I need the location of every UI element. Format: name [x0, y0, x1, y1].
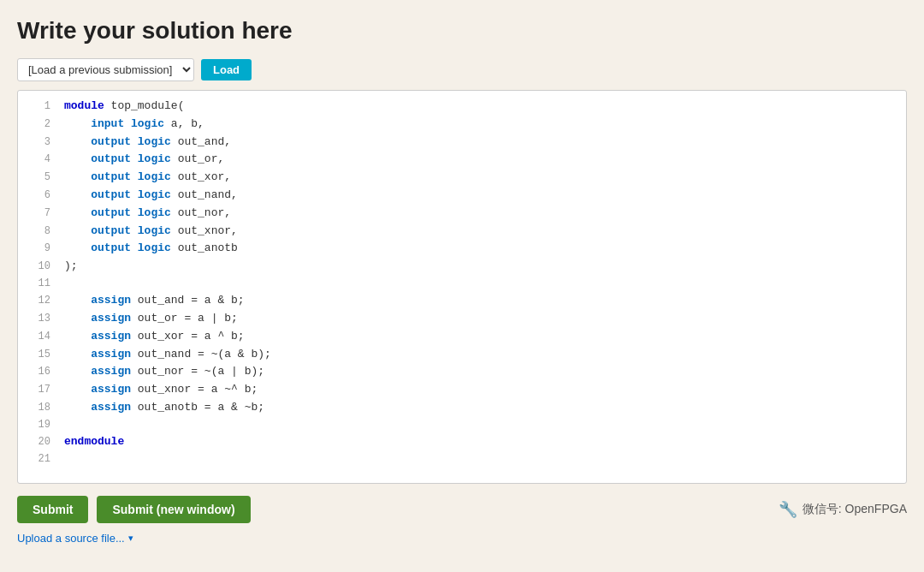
line-number: 12 — [25, 293, 50, 309]
code-token: out_xnor = a ~^ b; — [131, 383, 258, 396]
load-button[interactable]: Load — [201, 59, 252, 80]
code-line: 20endmodule — [18, 433, 906, 451]
line-content: assign out_nor = ~(a | b); — [64, 363, 264, 381]
code-token: assign — [64, 401, 131, 414]
line-number: 8 — [25, 223, 50, 240]
code-line: 18 assign out_anotb = a & ~b; — [18, 399, 906, 417]
code-line: 14 assign out_xor = a ^ b; — [18, 328, 906, 346]
code-line: 4 output logic out_or, — [18, 151, 906, 169]
code-token: logic — [131, 206, 171, 219]
code-token: input — [64, 117, 124, 130]
code-token: a, b, — [164, 117, 204, 130]
code-line: 1module top_module( — [18, 98, 906, 116]
buttons-row: Submit Submit (new window) 🔧 微信号: OpenFP… — [17, 496, 907, 523]
line-number: 10 — [25, 259, 50, 275]
code-line: 21 — [18, 451, 906, 468]
line-number: 17 — [25, 382, 50, 398]
code-token: out_anotb — [171, 241, 238, 254]
code-token: out_xor = a ^ b; — [131, 330, 245, 343]
line-number: 13 — [25, 311, 50, 327]
line-number: 14 — [25, 329, 50, 345]
line-content: assign out_anotb = a & ~b; — [64, 399, 264, 417]
line-number: 6 — [25, 188, 50, 204]
code-token: output — [64, 170, 131, 183]
code-token: logic — [131, 224, 171, 237]
line-content: assign out_and = a & b; — [64, 292, 245, 310]
code-token: assign — [64, 348, 131, 360]
code-line: 10); — [18, 258, 906, 276]
code-line: 3 output logic out_and, — [18, 134, 906, 152]
code-token: assign — [64, 330, 131, 343]
code-line: 17 assign out_xnor = a ~^ b; — [18, 381, 906, 399]
line-number: 15 — [25, 347, 50, 363]
line-number: 7 — [25, 206, 50, 222]
line-content: output logic out_anotb — [64, 240, 238, 258]
line-number: 18 — [25, 400, 50, 416]
code-token: logic — [131, 152, 171, 165]
code-token: ); — [64, 259, 78, 272]
code-token: logic — [131, 170, 171, 183]
line-content: endmodule — [64, 433, 124, 451]
code-line: 11 — [18, 276, 906, 292]
code-line: 9 output logic out_anotb — [18, 240, 906, 258]
code-editor[interactable]: 1module top_module(2 input logic a, b,3 … — [17, 90, 907, 484]
code-token: out_xnor, — [171, 224, 238, 237]
submit-new-button[interactable]: Submit (new window) — [97, 496, 250, 523]
code-token: out_or = a | b; — [131, 312, 238, 325]
code-token: logic — [131, 135, 171, 148]
line-content: assign out_xor = a ^ b; — [64, 328, 245, 346]
line-number: 4 — [25, 152, 50, 168]
code-token: output — [64, 241, 131, 254]
code-line: 7 output logic out_nor, — [18, 205, 906, 223]
code-line: 13 assign out_or = a | b; — [18, 310, 906, 328]
submit-button[interactable]: Submit — [17, 496, 88, 523]
code-token: logic — [131, 241, 171, 254]
line-number: 3 — [25, 134, 50, 151]
code-token: out_or, — [171, 152, 224, 165]
code-token: logic — [124, 117, 164, 130]
line-content: output logic out_or, — [64, 151, 224, 169]
code-token: out_xor, — [171, 170, 231, 183]
line-number: 5 — [25, 170, 50, 186]
chevron-down-icon: ▾ — [128, 533, 133, 544]
line-content: assign out_xnor = a ~^ b; — [64, 381, 258, 399]
code-token: assign — [64, 383, 131, 396]
code-token: out_nand = ~(a & b); — [131, 348, 271, 360]
line-content: output logic out_xor, — [64, 169, 231, 187]
line-number: 16 — [25, 364, 50, 380]
line-content: output logic out_nor, — [64, 205, 231, 223]
upload-label: Upload a source file... — [17, 532, 125, 545]
code-token: assign — [64, 365, 131, 378]
code-line: 16 assign out_nor = ~(a | b); — [18, 363, 906, 381]
code-token: output — [64, 152, 131, 165]
code-token: assign — [64, 312, 131, 325]
watermark-icon: 🔧 — [779, 500, 797, 519]
line-content: input logic a, b, — [64, 116, 204, 134]
code-token: logic — [131, 188, 171, 201]
code-token: output — [64, 135, 131, 148]
code-token: out_nor, — [171, 206, 231, 219]
page-title: Write your solution here — [17, 17, 907, 45]
code-line: 2 input logic a, b, — [18, 116, 906, 134]
toolbar: [Load a previous submission] Load — [17, 58, 907, 81]
code-token: module — [64, 99, 104, 112]
line-number: 1 — [25, 98, 50, 115]
code-line: 15 assign out_nand = ~(a & b); — [18, 346, 906, 364]
line-number: 19 — [25, 417, 50, 433]
upload-row: Upload a source file... ▾ — [17, 532, 907, 545]
line-number: 2 — [25, 116, 50, 133]
submission-select[interactable]: [Load a previous submission] — [17, 58, 194, 81]
code-token: out_and = a & b; — [131, 294, 245, 307]
line-content: assign out_nand = ~(a & b); — [64, 346, 271, 364]
code-token: output — [64, 224, 131, 237]
page-container: Write your solution here [Load a previou… — [17, 17, 907, 545]
line-content: module top_module( — [64, 98, 184, 116]
watermark: 🔧 微信号: OpenFPGA — [779, 500, 907, 519]
code-token: endmodule — [64, 435, 124, 448]
code-token: out_nand, — [171, 188, 238, 201]
line-number: 11 — [25, 276, 50, 292]
line-content: output logic out_nand, — [64, 187, 238, 205]
line-number: 20 — [25, 434, 50, 450]
code-token: assign — [64, 294, 131, 307]
upload-link[interactable]: Upload a source file... ▾ — [17, 532, 907, 545]
